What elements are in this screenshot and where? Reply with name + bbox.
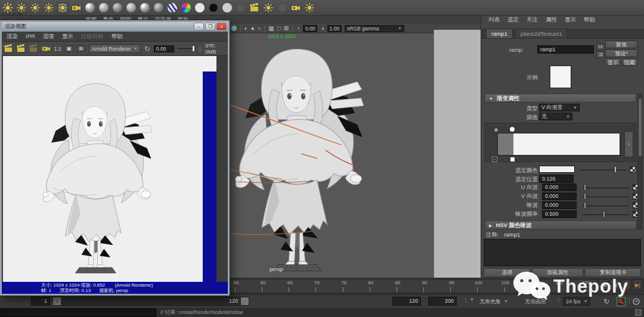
shaded-icon[interactable]: ● [251,25,255,32]
keep-image-icon[interactable]: ▣ [65,45,73,52]
exposure-field[interactable]: 0.00 [154,45,174,52]
ipr-render-icon[interactable] [17,44,26,53]
camera-select-icon[interactable] [231,26,237,31]
surface-shader-black-icon[interactable] [208,2,219,13]
refresh-icon[interactable]: ↻ [144,45,150,53]
section-hsv-noise[interactable]: ▶HSV 颜色噪波 [485,220,636,229]
maximize-button[interactable]: ❐ [205,23,215,30]
exposure-field[interactable]: 0.00 [303,25,318,32]
isolate-select-icon[interactable]: ▦ [268,25,274,32]
slider-handle[interactable] [603,211,605,217]
command-input[interactable] [0,308,156,317]
attribute-slider[interactable] [583,184,629,191]
render-view-menu-渲染[interactable]: 渲染 [7,33,18,41]
material-sphere-3-icon[interactable] [126,2,137,13]
attribute-value-field[interactable]: 0.500 [542,210,577,218]
command-result[interactable]: // 结果: createRenderNodeWindow [157,308,644,317]
shading-ball-icon[interactable] [85,2,95,13]
attribute-slider[interactable] [583,192,629,200]
playback-button[interactable]: ▶ [621,279,631,290]
render-image-area[interactable] [2,56,228,282]
renderer-dropdown[interactable]: Arnold Renderer▼ [89,44,141,53]
minimize-button[interactable]: – [194,23,204,30]
anim-start-field[interactable]: 1 [31,297,50,306]
shadow-toggle-icon[interactable] [277,2,287,13]
ramp-handle-circle-selected[interactable] [509,126,515,132]
ramp-entry-gray[interactable] [498,133,513,155]
material-sphere-4-icon[interactable] [140,2,150,13]
attribute-slider[interactable] [583,201,629,209]
ae-menu-帮助[interactable]: 帮助 [584,16,595,24]
slider-handle[interactable] [584,184,586,191]
select-button[interactable]: 选择 [484,268,530,277]
zoom-ratio-label[interactable]: 1:1 [54,46,61,52]
anim-end-field[interactable]: 200 [428,297,457,306]
script-editor-icon[interactable] [635,309,642,316]
snapshot-icon[interactable] [42,44,51,53]
exposure-slider[interactable] [178,45,196,52]
layered-shader-icon[interactable] [167,2,178,13]
range-slider-bar[interactable]: 1 120 [52,297,249,306]
render-view-menu-帮助[interactable]: 帮助 [112,33,123,41]
character-model[interactable] [228,42,366,275]
resolution-gate-icon[interactable]: ⊠ [284,25,289,32]
surface-shader-white-icon[interactable] [194,2,205,13]
material-sphere-5-icon[interactable] [153,2,164,13]
plug-node-icon[interactable] [290,2,301,13]
area-light-icon[interactable] [44,2,54,13]
slider-handle[interactable] [584,193,586,200]
character-set-dropdown[interactable]: 无角色集▼ [477,297,510,306]
selected-color-swatch[interactable] [539,166,575,173]
point-light-icon[interactable] [16,2,27,13]
section-ramp-attributes[interactable]: ▼渐变属性 [485,94,636,102]
gamma-icon[interactable]: ◑ [320,25,324,32]
copy-tab-button[interactable]: 复制选项卡 [585,268,641,277]
ae-menu-关注[interactable]: 关注 [527,16,538,24]
ae-menu-选定[interactable]: 选定 [507,16,519,24]
colorspace-dropdown[interactable]: sRGB gamma▼ [345,25,404,32]
playback-end-field[interactable]: 120 [392,297,421,306]
ae-menu-列表[interactable]: 列表 [488,16,500,24]
field-chart-icon[interactable]: □ [277,25,281,32]
attribute-value-field[interactable]: 0.000 [542,192,577,200]
attribute-value-field[interactable]: 0.000 [542,184,577,191]
interp-dropdown[interactable]: 无▼ [539,113,572,120]
type-dropdown[interactable]: V 向渐变▼ [539,104,580,111]
range-end-handle[interactable] [241,297,249,305]
volume-light-icon[interactable] [57,2,68,13]
use-background-icon[interactable] [222,2,233,13]
texture-placeholder-icon[interactable] [236,2,246,13]
close-button[interactable]: × [216,23,227,30]
hide-button[interactable]: 隐藏 [622,58,637,66]
selected-pos-field[interactable]: 0.126 [539,175,574,183]
ramp-node-name-field[interactable]: ramp1 [537,45,594,54]
auto-keyframe-toggle[interactable] [617,297,626,306]
attribute-scrollbar[interactable] [637,94,642,229]
textured-icon[interactable]: ○ [258,25,261,32]
spot-light-icon[interactable] [30,2,41,13]
map-button-icon[interactable] [630,166,636,173]
render-target-icon[interactable] [304,2,315,13]
playback-loop-icon[interactable]: ↻ [603,297,609,306]
presets-button[interactable]: 预设* [605,49,637,57]
slider-handle[interactable] [584,202,586,209]
chevron-down-icon[interactable]: ▼ [470,297,474,302]
focus-button[interactable]: 聚焦 [605,41,637,48]
render-current-frame-icon[interactable] [4,44,13,53]
playback-button[interactable]: ▶| [633,279,642,290]
material-sphere-2-icon[interactable] [112,2,123,13]
scrollbar-thumb[interactable] [639,99,642,156]
ae-menu-属性[interactable]: 属性 [546,16,557,24]
material-sphere-1-icon[interactable] [98,2,109,13]
focus-arrow-icon[interactable]: ↦ [596,43,605,50]
render-clapper-icon[interactable] [249,2,260,13]
pause-ipr-icon[interactable] [29,44,38,53]
fps-dropdown[interactable]: 24 fps▼ [563,297,590,306]
selected-color-slider[interactable] [580,166,626,173]
playback-button[interactable]: ◀ [610,279,620,290]
slider-handle[interactable] [614,166,617,173]
ramp-handle-square[interactable] [510,157,515,162]
ramp-expand-button[interactable]: › [624,131,633,157]
ae-menu-显示[interactable]: 显示 [565,16,576,24]
slider-handle[interactable] [192,45,195,52]
